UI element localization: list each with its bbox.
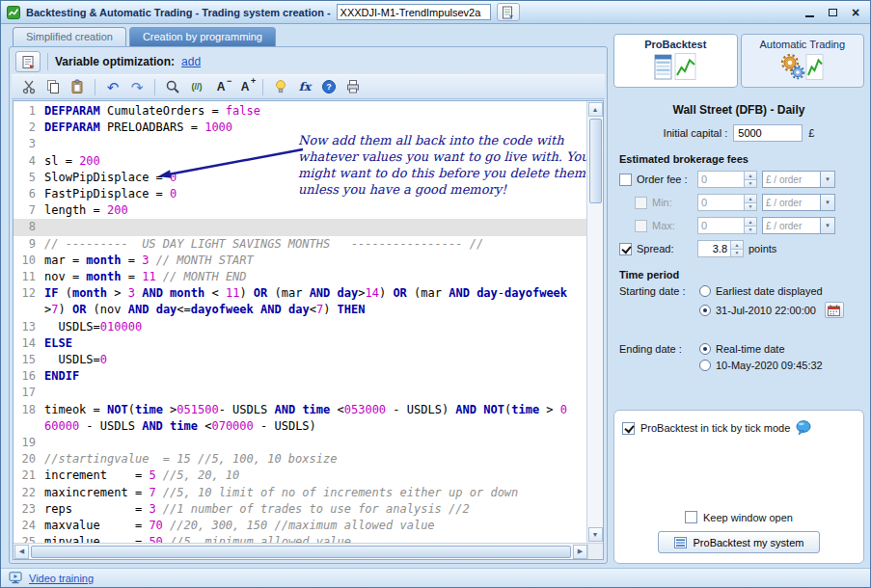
scroll-down-button[interactable]: ▼ — [588, 527, 603, 542]
code-line[interactable]: 1DEFPARAM CumulateOrders = false — [14, 103, 586, 120]
undo-icon: ↶ — [107, 80, 120, 94]
horizontal-scroll-thumb[interactable] — [31, 546, 571, 558]
keep-window-checkbox[interactable] — [685, 511, 697, 523]
scroll-right-button[interactable]: ▶ — [573, 545, 587, 559]
code-line[interactable]: 24maxvalue = 70 //20, 300, 150 //maximum… — [14, 518, 586, 534]
code-line[interactable]: 23reps = 3 //1 number of trades to use f… — [14, 501, 586, 518]
min-fee-input[interactable]: 0▲▼ — [697, 194, 757, 211]
insert-function-button[interactable]: fx — [293, 76, 316, 97]
cut-button[interactable] — [17, 76, 41, 97]
horizontal-scrollbar[interactable]: ◀ ▶ — [14, 543, 603, 559]
code-line[interactable]: 15 USDLS=0 — [14, 352, 586, 368]
code-line[interactable]: 8 — [14, 219, 586, 235]
code-line[interactable]: 13 USDLS=010000 — [14, 319, 586, 335]
chevron-down-icon[interactable]: ▼ — [820, 218, 834, 233]
code-line[interactable]: 25minvalue = 50 //5, minimum allowed val… — [14, 534, 586, 543]
comment-toggle-button[interactable]: (//) — [185, 76, 208, 97]
order-fee-input[interactable]: 0▲▼ — [697, 171, 757, 188]
code-line[interactable]: 16ENDIF — [14, 368, 586, 385]
code-line[interactable]: 12IF (month > 3 AND month < 11) OR (mar … — [14, 285, 586, 318]
redo-button[interactable]: ↷ — [125, 76, 149, 97]
app-icon — [7, 6, 20, 19]
min-fee-spinner[interactable]: ▲▼ — [744, 195, 756, 210]
spread-spinner[interactable]: ▲▼ — [730, 241, 743, 256]
tab-probacktest[interactable]: ProBacktest — [613, 34, 738, 88]
print-button[interactable] — [341, 76, 365, 97]
start-date-radio[interactable] — [699, 305, 711, 316]
code-editor[interactable]: 1DEFPARAM CumulateOrders = false2DEFPARA… — [14, 101, 586, 543]
copy-button[interactable] — [41, 76, 65, 97]
instrument-title: Wall Street (DFB) - Daily — [615, 103, 862, 117]
scroll-up-button[interactable]: ▲ — [588, 102, 603, 117]
initial-capital-label: Initial capital : — [664, 127, 728, 139]
help-button[interactable]: ? — [317, 76, 340, 97]
video-training-link[interactable]: Video training — [29, 573, 94, 584]
vertical-scroll-thumb[interactable] — [589, 119, 602, 203]
code-line[interactable]: 10mar = month = 3 // MONTH START — [14, 253, 586, 269]
code-page-icon — [21, 55, 36, 69]
undo-button[interactable]: ↶ — [101, 76, 124, 97]
system-name-input[interactable] — [337, 4, 491, 20]
max-fee-unit-select[interactable]: £ / order▼ — [762, 217, 835, 234]
tick-mode-checkbox[interactable] — [622, 422, 635, 435]
min-fee-checkbox[interactable] — [635, 197, 647, 209]
max-fee-input[interactable]: 0▲▼ — [697, 217, 757, 234]
max-fee-spinner[interactable]: ▲▼ — [744, 218, 756, 233]
vertical-scrollbar[interactable]: ▲ ▼ — [586, 101, 603, 543]
code-line[interactable]: 9// --------- US DAY LIGHT SAVINGS MONTH… — [14, 236, 586, 253]
ending-date-label: Ending date : — [619, 343, 694, 355]
paste-icon — [69, 79, 85, 94]
search-button[interactable] — [161, 76, 184, 97]
separator — [154, 79, 155, 95]
paste-button[interactable] — [66, 76, 89, 97]
order-fee-checkbox[interactable] — [619, 174, 632, 186]
spread-input[interactable]: 3.8▲▼ — [697, 240, 744, 257]
spread-checkbox[interactable] — [619, 243, 632, 255]
initial-capital-input[interactable] — [733, 124, 803, 142]
chevron-down-icon[interactable]: ▼ — [820, 172, 834, 187]
order-fee-spinner[interactable]: ▲▼ — [744, 172, 756, 187]
minimize-button[interactable] — [801, 5, 818, 20]
tab-automatic-trading[interactable]: Automatic Trading — [741, 34, 865, 88]
add-variable-link[interactable]: add — [181, 55, 201, 68]
decrease-font-button[interactable]: A− — [209, 76, 232, 97]
code-wizard-button[interactable] — [15, 51, 41, 72]
order-fee-unit-select[interactable]: £ / order▼ — [762, 171, 835, 188]
calendar-icon — [828, 305, 840, 316]
realtime-date-radio[interactable] — [699, 343, 711, 355]
separator — [95, 79, 95, 95]
hint-button[interactable] — [269, 76, 292, 97]
annotation-note: Now add them all back into the code with… — [298, 132, 586, 198]
max-fee-checkbox[interactable] — [635, 220, 647, 232]
code-editor-frame: 1DEFPARAM CumulateOrders = false2DEFPARA… — [13, 100, 604, 560]
editor-card: Variable optimization: add ↶ ↷ (//) A− A… — [9, 46, 608, 564]
calendar-button[interactable] — [825, 302, 844, 318]
code-line[interactable]: 22maxincrement = 7 //5, 10 limit of no o… — [14, 485, 586, 501]
code-line[interactable]: 7length = 200 — [14, 202, 586, 219]
min-fee-unit-select[interactable]: £ / order▼ — [762, 194, 835, 211]
starting-date-row-2: 31-Jul-2010 22:00:00 — [619, 302, 858, 318]
close-button[interactable]: × — [847, 5, 864, 20]
copy-icon — [45, 79, 61, 94]
run-backtest-button[interactable]: ProBacktest my system — [658, 531, 821, 553]
code-line[interactable]: 17 — [14, 385, 586, 401]
tab-simplified-creation[interactable]: Simplified creation — [13, 27, 126, 46]
code-line[interactable]: 20//startingvalue = 15 //5, 100, 10 boxs… — [14, 451, 586, 468]
print-icon — [345, 79, 361, 94]
end-date-radio[interactable] — [699, 360, 711, 371]
scroll-left-button[interactable]: ◀ — [14, 545, 29, 559]
code-line[interactable]: 14ELSE — [14, 335, 586, 352]
initial-capital-row: Initial capital : £ — [612, 124, 866, 142]
min-fee-label: Min: — [652, 197, 693, 208]
earliest-date-radio[interactable] — [699, 285, 711, 297]
code-line[interactable]: 11nov = month = 11 // MONTH END — [14, 269, 586, 285]
code-line[interactable]: 18timeok = NOT(time >051500- USDLS AND t… — [14, 402, 586, 435]
code-line[interactable]: 21increment = 5 //5, 20, 10 — [14, 468, 586, 484]
decrease-font-icon: A− — [217, 81, 226, 93]
chevron-down-icon[interactable]: ▼ — [820, 195, 834, 210]
maximize-button[interactable] — [824, 5, 841, 20]
system-options-button[interactable] — [497, 3, 520, 21]
tab-creation-by-programming[interactable]: Creation by programming — [129, 27, 276, 46]
increase-font-button[interactable]: A+ — [233, 76, 257, 97]
code-line[interactable]: 19 — [14, 435, 586, 451]
